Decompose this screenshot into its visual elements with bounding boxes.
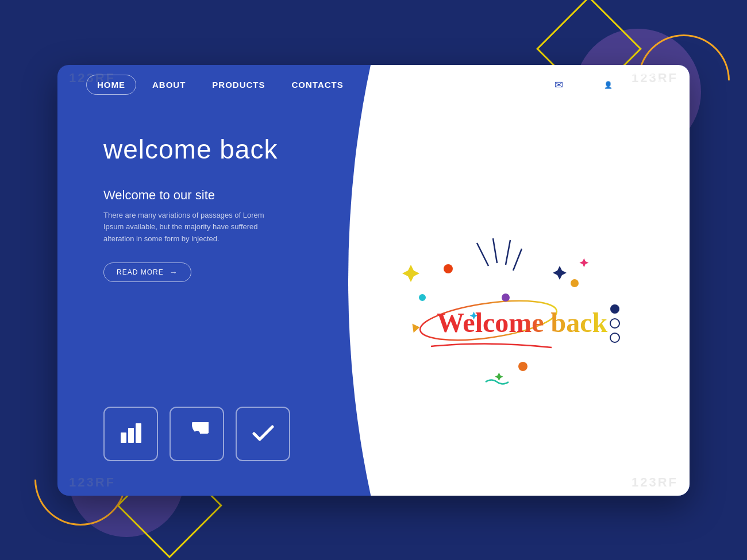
read-more-button[interactable]: READ MORE →	[103, 262, 191, 282]
svg-rect-0	[121, 432, 126, 443]
svg-marker-16	[579, 258, 588, 267]
welcome-back-svg: Welcome back	[362, 220, 638, 415]
svg-line-4	[477, 243, 488, 266]
svg-rect-1	[128, 428, 134, 443]
svg-point-20	[610, 304, 619, 314]
mail-icon: ✉	[555, 79, 563, 91]
svg-line-7	[513, 249, 522, 271]
svg-line-5	[493, 238, 497, 263]
svg-point-18	[518, 362, 527, 371]
svg-marker-10	[402, 265, 419, 282]
login-button[interactable]: 👤 LOGIN	[589, 74, 661, 96]
navigation: HOME ABOUT PRODUCTS CONTACTS ✉ 👤 LOGIN	[57, 65, 690, 105]
pie-chart-icon	[186, 422, 209, 445]
mail-button[interactable]: ✉	[546, 72, 572, 98]
svg-point-12	[419, 294, 426, 301]
login-label: LOGIN	[619, 80, 647, 90]
svg-point-21	[610, 319, 619, 328]
watermark-bottom-left: 123RF	[69, 475, 115, 490]
content-right: Welcome back	[310, 122, 690, 496]
section-text: There are many variations of passages of…	[103, 210, 264, 245]
svg-text:Welcome back: Welcome back	[437, 307, 608, 338]
svg-point-17	[571, 279, 579, 287]
svg-line-6	[506, 240, 510, 265]
svg-point-22	[610, 333, 619, 342]
arrow-icon: →	[170, 268, 178, 277]
svg-marker-19	[495, 372, 503, 380]
svg-point-11	[444, 264, 453, 273]
svg-marker-9	[412, 322, 420, 333]
svg-point-3	[194, 431, 200, 437]
main-card: 123RF 123RF 123RF 123RF HOME ABOUT PRODU…	[57, 65, 690, 496]
check-box[interactable]	[236, 407, 290, 461]
nav-contacts[interactable]: CONTACTS	[282, 75, 354, 94]
read-more-label: READ MORE	[117, 268, 164, 276]
icon-boxes	[103, 407, 290, 461]
user-icon: 👤	[603, 79, 614, 91]
nav-home[interactable]: HOME	[86, 75, 136, 95]
welcome-graphic: Welcome back	[362, 220, 638, 415]
nav-about[interactable]: ABOUT	[142, 75, 196, 94]
bar-chart-icon	[120, 423, 143, 444]
check-icon	[252, 423, 275, 444]
svg-rect-2	[136, 423, 141, 443]
svg-point-14	[502, 293, 510, 302]
svg-marker-15	[553, 266, 567, 280]
pie-chart-box[interactable]	[170, 407, 224, 461]
nav-products[interactable]: PRODUCTS	[202, 75, 275, 94]
bar-chart-box[interactable]	[103, 407, 158, 461]
